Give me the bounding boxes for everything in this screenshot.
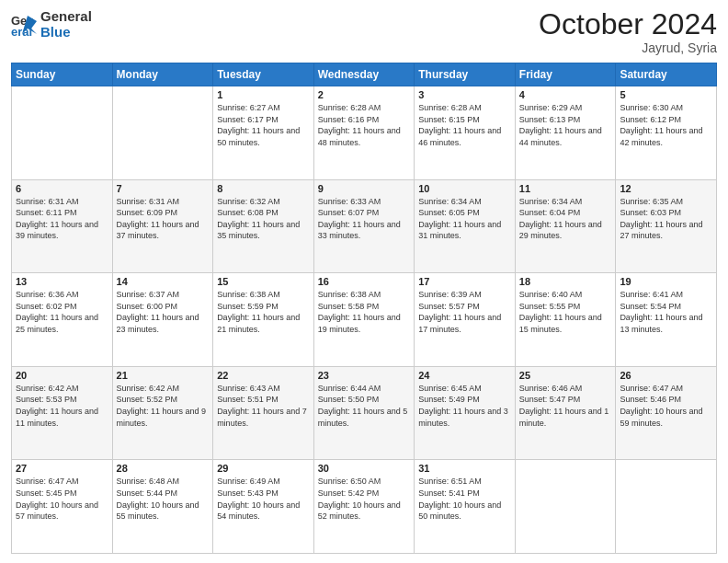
calendar-cell: 20Sunrise: 6:42 AM Sunset: 5:53 PM Dayli… <box>12 366 113 460</box>
calendar-cell: 5Sunrise: 6:30 AM Sunset: 6:12 PM Daylig… <box>616 86 717 180</box>
calendar-cell: 25Sunrise: 6:46 AM Sunset: 5:47 PM Dayli… <box>515 366 616 460</box>
day-header-friday: Friday <box>515 63 616 86</box>
cell-info: Sunrise: 6:35 AM Sunset: 6:03 PM Dayligh… <box>620 196 712 242</box>
day-header-saturday: Saturday <box>616 63 717 86</box>
cell-info: Sunrise: 6:51 AM Sunset: 5:41 PM Dayligh… <box>418 476 511 522</box>
day-number: 3 <box>418 89 511 100</box>
cell-info: Sunrise: 6:34 AM Sunset: 6:05 PM Dayligh… <box>418 196 511 242</box>
calendar-week-2: 6Sunrise: 6:31 AM Sunset: 6:11 PM Daylig… <box>12 179 717 273</box>
location: Jayrud, Syria <box>539 40 717 55</box>
day-number: 14 <box>117 276 210 287</box>
logo: Gen eral General Blue <box>11 9 92 40</box>
calendar-cell: 16Sunrise: 6:38 AM Sunset: 5:58 PM Dayli… <box>313 273 415 367</box>
calendar-cell: 10Sunrise: 6:34 AM Sunset: 6:05 PM Dayli… <box>415 179 516 273</box>
day-number: 15 <box>217 276 310 287</box>
cell-info: Sunrise: 6:38 AM Sunset: 5:58 PM Dayligh… <box>318 289 411 335</box>
calendar-cell: 9Sunrise: 6:33 AM Sunset: 6:07 PM Daylig… <box>313 179 415 273</box>
calendar-cell: 14Sunrise: 6:37 AM Sunset: 6:00 PM Dayli… <box>112 273 213 367</box>
calendar-week-4: 20Sunrise: 6:42 AM Sunset: 5:53 PM Dayli… <box>12 366 717 460</box>
cell-info: Sunrise: 6:39 AM Sunset: 5:57 PM Dayligh… <box>418 289 511 335</box>
day-number: 29 <box>217 463 310 474</box>
cell-info: Sunrise: 6:50 AM Sunset: 5:42 PM Dayligh… <box>318 476 411 522</box>
calendar-cell <box>112 86 213 180</box>
day-number: 27 <box>16 463 108 474</box>
calendar-cell: 6Sunrise: 6:31 AM Sunset: 6:11 PM Daylig… <box>12 179 113 273</box>
title-block: October 2024 Jayrud, Syria <box>539 9 717 55</box>
cell-info: Sunrise: 6:43 AM Sunset: 5:51 PM Dayligh… <box>217 383 310 429</box>
day-number: 21 <box>117 370 210 381</box>
calendar-cell: 12Sunrise: 6:35 AM Sunset: 6:03 PM Dayli… <box>616 179 717 273</box>
calendar-cell: 23Sunrise: 6:44 AM Sunset: 5:50 PM Dayli… <box>313 366 415 460</box>
day-number: 17 <box>418 276 511 287</box>
month-title: October 2024 <box>539 9 717 39</box>
day-number: 26 <box>620 370 712 381</box>
cell-info: Sunrise: 6:34 AM Sunset: 6:04 PM Dayligh… <box>519 196 612 242</box>
day-number: 5 <box>620 89 712 100</box>
cell-info: Sunrise: 6:27 AM Sunset: 6:17 PM Dayligh… <box>217 102 310 148</box>
calendar-cell: 18Sunrise: 6:40 AM Sunset: 5:55 PM Dayli… <box>515 273 616 367</box>
calendar-cell: 26Sunrise: 6:47 AM Sunset: 5:46 PM Dayli… <box>616 366 717 460</box>
day-number: 12 <box>620 183 712 194</box>
day-number: 16 <box>318 276 411 287</box>
cell-info: Sunrise: 6:33 AM Sunset: 6:07 PM Dayligh… <box>318 196 411 242</box>
calendar-cell: 28Sunrise: 6:48 AM Sunset: 5:44 PM Dayli… <box>112 460 213 554</box>
cell-info: Sunrise: 6:37 AM Sunset: 6:00 PM Dayligh… <box>117 289 210 335</box>
calendar-cell: 21Sunrise: 6:42 AM Sunset: 5:52 PM Dayli… <box>112 366 213 460</box>
calendar-cell <box>515 460 616 554</box>
calendar-cell: 19Sunrise: 6:41 AM Sunset: 5:54 PM Dayli… <box>616 273 717 367</box>
cell-info: Sunrise: 6:42 AM Sunset: 5:53 PM Dayligh… <box>16 383 108 429</box>
calendar-cell: 15Sunrise: 6:38 AM Sunset: 5:59 PM Dayli… <box>213 273 314 367</box>
calendar-week-3: 13Sunrise: 6:36 AM Sunset: 6:02 PM Dayli… <box>12 273 717 367</box>
calendar-cell: 11Sunrise: 6:34 AM Sunset: 6:04 PM Dayli… <box>515 179 616 273</box>
calendar-cell: 29Sunrise: 6:49 AM Sunset: 5:43 PM Dayli… <box>213 460 314 554</box>
calendar-cell: 7Sunrise: 6:31 AM Sunset: 6:09 PM Daylig… <box>112 179 213 273</box>
calendar-cell: 22Sunrise: 6:43 AM Sunset: 5:51 PM Dayli… <box>213 366 314 460</box>
cell-info: Sunrise: 6:36 AM Sunset: 6:02 PM Dayligh… <box>16 289 108 335</box>
day-number: 30 <box>318 463 411 474</box>
calendar-header-row: SundayMondayTuesdayWednesdayThursdayFrid… <box>12 63 717 86</box>
calendar-cell: 8Sunrise: 6:32 AM Sunset: 6:08 PM Daylig… <box>213 179 314 273</box>
day-number: 7 <box>117 183 210 194</box>
calendar-table: SundayMondayTuesdayWednesdayThursdayFrid… <box>11 63 717 554</box>
cell-info: Sunrise: 6:45 AM Sunset: 5:49 PM Dayligh… <box>418 383 511 429</box>
day-number: 8 <box>217 183 310 194</box>
calendar-week-1: 1Sunrise: 6:27 AM Sunset: 6:17 PM Daylig… <box>12 86 717 180</box>
day-header-tuesday: Tuesday <box>213 63 314 86</box>
cell-info: Sunrise: 6:31 AM Sunset: 6:09 PM Dayligh… <box>117 196 210 242</box>
page: Gen eral General Blue October 2024 Jayru… <box>0 0 728 563</box>
logo-blue: Blue <box>40 25 92 40</box>
cell-info: Sunrise: 6:31 AM Sunset: 6:11 PM Dayligh… <box>16 196 108 242</box>
cell-info: Sunrise: 6:41 AM Sunset: 5:54 PM Dayligh… <box>620 289 712 335</box>
calendar-cell: 3Sunrise: 6:28 AM Sunset: 6:15 PM Daylig… <box>415 86 516 180</box>
header: Gen eral General Blue October 2024 Jayru… <box>11 9 717 55</box>
day-number: 20 <box>16 370 108 381</box>
day-number: 1 <box>217 89 310 100</box>
cell-info: Sunrise: 6:32 AM Sunset: 6:08 PM Dayligh… <box>217 196 310 242</box>
calendar-cell: 27Sunrise: 6:47 AM Sunset: 5:45 PM Dayli… <box>12 460 113 554</box>
cell-info: Sunrise: 6:44 AM Sunset: 5:50 PM Dayligh… <box>318 383 411 429</box>
calendar-cell: 17Sunrise: 6:39 AM Sunset: 5:57 PM Dayli… <box>415 273 516 367</box>
day-header-wednesday: Wednesday <box>313 63 415 86</box>
day-number: 24 <box>418 370 511 381</box>
day-number: 11 <box>519 183 612 194</box>
cell-info: Sunrise: 6:46 AM Sunset: 5:47 PM Dayligh… <box>519 383 612 429</box>
calendar-cell: 2Sunrise: 6:28 AM Sunset: 6:16 PM Daylig… <box>313 86 415 180</box>
day-header-sunday: Sunday <box>12 63 113 86</box>
cell-info: Sunrise: 6:38 AM Sunset: 5:59 PM Dayligh… <box>217 289 310 335</box>
calendar-week-5: 27Sunrise: 6:47 AM Sunset: 5:45 PM Dayli… <box>12 460 717 554</box>
day-number: 10 <box>418 183 511 194</box>
cell-info: Sunrise: 6:47 AM Sunset: 5:45 PM Dayligh… <box>16 476 108 522</box>
day-number: 6 <box>16 183 108 194</box>
day-number: 19 <box>620 276 712 287</box>
logo-icon: Gen eral <box>11 12 37 38</box>
calendar-cell: 4Sunrise: 6:29 AM Sunset: 6:13 PM Daylig… <box>515 86 616 180</box>
cell-info: Sunrise: 6:28 AM Sunset: 6:16 PM Dayligh… <box>318 102 411 148</box>
day-number: 23 <box>318 370 411 381</box>
calendar-cell <box>12 86 113 180</box>
calendar-cell <box>616 460 717 554</box>
cell-info: Sunrise: 6:49 AM Sunset: 5:43 PM Dayligh… <box>217 476 310 522</box>
day-number: 25 <box>519 370 612 381</box>
day-number: 9 <box>318 183 411 194</box>
cell-info: Sunrise: 6:48 AM Sunset: 5:44 PM Dayligh… <box>117 476 210 522</box>
calendar-cell: 1Sunrise: 6:27 AM Sunset: 6:17 PM Daylig… <box>213 86 314 180</box>
